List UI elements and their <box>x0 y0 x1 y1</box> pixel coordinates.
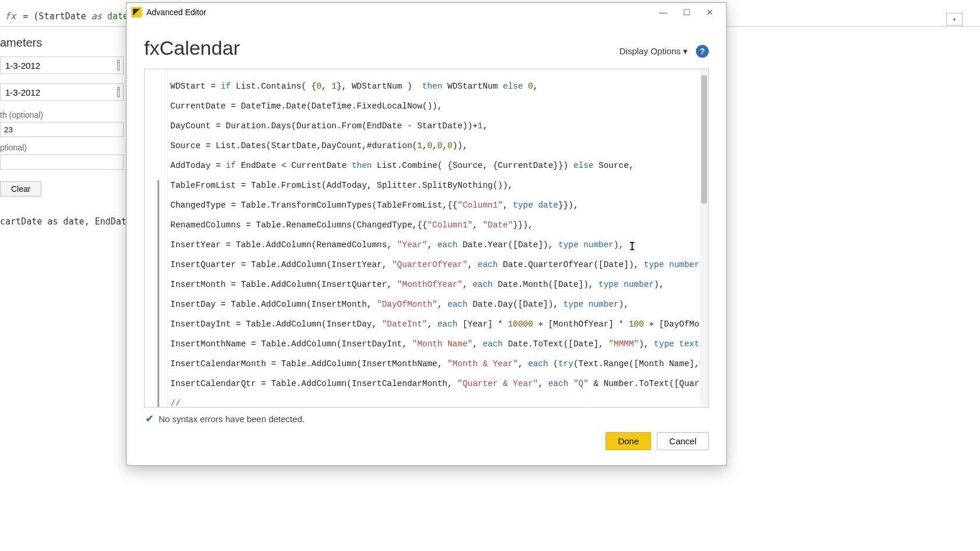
calendar-icon[interactable] <box>117 87 120 97</box>
start-date-input[interactable] <box>0 57 124 74</box>
fx-label: fx <box>5 10 16 22</box>
titlebar: Advanced Editor — ☐ ✕ <box>127 3 726 22</box>
window-title: Advanced Editor <box>146 8 206 17</box>
code-content[interactable]: WDStart = if List.Contains( {0, 1}, WDSt… <box>168 69 700 407</box>
end-date-field[interactable] <box>4 87 117 98</box>
checkmark-icon: ✔ <box>145 412 154 425</box>
close-button[interactable]: ✕ <box>698 4 722 20</box>
status-text: No syntax errors have been detected. <box>159 414 304 424</box>
minimize-button[interactable]: — <box>652 4 675 20</box>
text-caret: I <box>629 240 635 252</box>
param-label-1: th (optional) <box>0 110 124 120</box>
parameters-panel: ameters th (optional) ptional) Clear car… <box>0 34 124 227</box>
code-gutter <box>145 69 168 407</box>
code-editor[interactable]: WDStart = if List.Contains( {0, 1}, WDSt… <box>144 69 709 408</box>
param-input-1[interactable] <box>0 122 124 137</box>
param-label-2: ptional) <box>0 143 124 152</box>
start-date-field[interactable] <box>4 60 117 71</box>
calendar-icon[interactable] <box>117 60 120 71</box>
query-name: fxCalendar <box>144 37 240 59</box>
maximize-button[interactable]: ☐ <box>675 4 698 20</box>
cancel-button[interactable]: Cancel <box>657 432 709 450</box>
clear-button[interactable]: Clear <box>0 181 41 196</box>
advanced-editor-dialog: Advanced Editor — ☐ ✕ fxCalendar Display… <box>126 2 727 466</box>
function-signature: cartDate as date, EndDate as d <box>0 216 124 227</box>
syntax-status: ✔ No syntax errors have been detected. <box>144 408 709 430</box>
end-date-input[interactable] <box>0 83 124 101</box>
scrollbar-thumb[interactable] <box>701 75 707 203</box>
app-icon <box>131 7 142 17</box>
display-options-dropdown[interactable]: Display Options ▾ <box>620 46 688 57</box>
vertical-scrollbar[interactable] <box>700 69 708 407</box>
parameters-heading: ameters <box>0 36 124 50</box>
formula-expand-button[interactable]: ▾ <box>946 13 963 26</box>
help-icon[interactable]: ? <box>696 45 709 58</box>
done-button[interactable]: Done <box>606 432 651 450</box>
param-input-2[interactable] <box>0 155 124 170</box>
